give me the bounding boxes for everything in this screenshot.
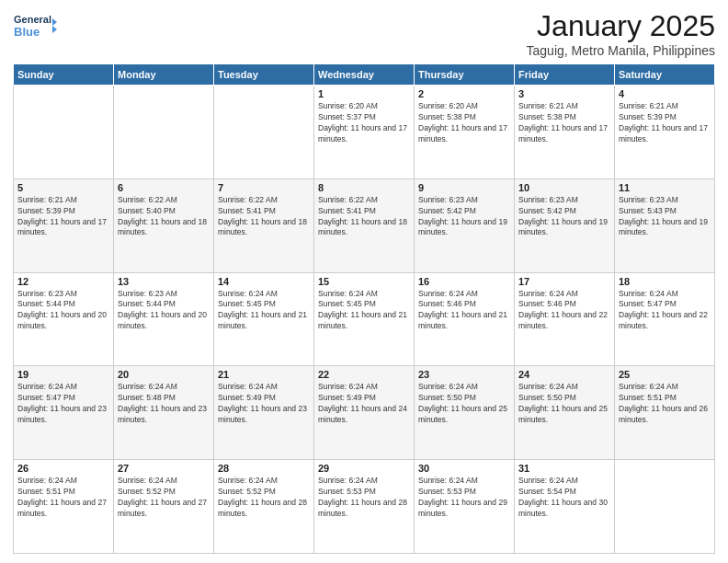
day-number: 23 [418,369,510,380]
cell-content: Sunrise: 6:24 AM [17,476,109,487]
cell-content: Sunset: 5:39 PM [619,112,711,123]
cell-5-3: 28Sunrise: 6:24 AMSunset: 5:52 PMDayligh… [214,460,314,554]
cell-3-7: 18Sunrise: 6:24 AMSunset: 5:47 PMDayligh… [615,272,715,366]
cell-content: Daylight: 11 hours and 17 minutes. [518,123,610,145]
cell-2-4: 8Sunrise: 6:22 AMSunset: 5:41 PMDaylight… [314,178,415,272]
cell-content: Sunset: 5:54 PM [518,487,610,498]
cell-content: Sunrise: 6:20 AM [318,101,410,112]
cell-content: Daylight: 11 hours and 18 minutes. [118,217,210,239]
cell-content: Daylight: 11 hours and 22 minutes. [619,310,711,332]
cell-content: Sunrise: 6:24 AM [318,476,410,487]
cell-content: Daylight: 11 hours and 17 minutes. [17,217,109,239]
cell-2-6: 10Sunrise: 6:23 AMSunset: 5:42 PMDayligh… [515,178,615,272]
cell-content: Sunrise: 6:23 AM [118,289,210,300]
cell-content: Sunrise: 6:24 AM [17,382,109,393]
cell-content: Sunset: 5:50 PM [418,393,510,404]
cell-content: Sunset: 5:47 PM [17,393,109,404]
cell-content: Daylight: 11 hours and 17 minutes. [418,123,510,145]
cell-3-6: 17Sunrise: 6:24 AMSunset: 5:46 PMDayligh… [515,272,615,366]
cell-5-6: 31Sunrise: 6:24 AMSunset: 5:54 PMDayligh… [515,460,615,554]
day-number: 7 [218,182,310,193]
cell-3-5: 16Sunrise: 6:24 AMSunset: 5:46 PMDayligh… [415,272,515,366]
svg-text:General: General [14,14,51,25]
day-number: 3 [518,88,610,99]
cell-content: Sunset: 5:42 PM [418,206,510,217]
cell-content: Sunrise: 6:22 AM [318,195,410,206]
cell-content: Sunrise: 6:23 AM [418,195,510,206]
cell-4-6: 24Sunrise: 6:24 AMSunset: 5:50 PMDayligh… [515,366,615,460]
day-number: 31 [518,463,610,474]
cell-2-5: 9Sunrise: 6:23 AMSunset: 5:42 PMDaylight… [415,178,515,272]
week-row-3: 12Sunrise: 6:23 AMSunset: 5:44 PMDayligh… [14,272,715,366]
day-number: 6 [118,182,210,193]
cell-4-7: 25Sunrise: 6:24 AMSunset: 5:51 PMDayligh… [615,366,715,460]
day-number: 10 [518,182,610,193]
cell-content: Sunrise: 6:24 AM [418,476,510,487]
cell-content: Sunrise: 6:24 AM [118,382,210,393]
day-number: 22 [318,369,410,380]
cell-content: Daylight: 11 hours and 28 minutes. [318,498,410,520]
column-header-wednesday: Wednesday [314,64,415,86]
day-number: 17 [518,276,610,287]
cell-content: Sunset: 5:38 PM [518,112,610,123]
cell-content: Daylight: 11 hours and 18 minutes. [218,217,310,239]
day-number: 1 [318,88,410,99]
cell-content: Sunset: 5:47 PM [619,299,711,310]
cell-content: Daylight: 11 hours and 21 minutes. [318,310,410,332]
cell-content: Sunset: 5:45 PM [218,299,310,310]
cell-content: Daylight: 11 hours and 20 minutes. [17,310,109,332]
cell-content: Sunrise: 6:24 AM [518,476,610,487]
day-number: 8 [318,182,410,193]
subtitle: Taguig, Metro Manila, Philippines [527,43,715,58]
cell-content: Sunset: 5:53 PM [418,487,510,498]
cell-content: Daylight: 11 hours and 22 minutes. [518,310,610,332]
cell-content: Sunset: 5:46 PM [518,299,610,310]
cell-content: Daylight: 11 hours and 21 minutes. [418,310,510,332]
cell-content: Sunrise: 6:24 AM [518,382,610,393]
day-number: 21 [218,369,310,380]
day-number: 28 [218,463,310,474]
cell-content: Daylight: 11 hours and 23 minutes. [118,404,210,426]
cell-content: Sunset: 5:43 PM [619,206,711,217]
cell-content: Sunrise: 6:22 AM [218,195,310,206]
cell-content: Daylight: 11 hours and 23 minutes. [17,404,109,426]
cell-content: Daylight: 11 hours and 19 minutes. [518,217,610,239]
cell-2-7: 11Sunrise: 6:23 AMSunset: 5:43 PMDayligh… [615,178,715,272]
header: General Blue January 2025 Taguig, Metro … [13,9,715,58]
week-row-4: 19Sunrise: 6:24 AMSunset: 5:47 PMDayligh… [14,366,715,460]
cell-content: Sunset: 5:44 PM [118,299,210,310]
cell-content: Daylight: 11 hours and 29 minutes. [418,498,510,520]
cell-3-4: 15Sunrise: 6:24 AMSunset: 5:45 PMDayligh… [314,272,415,366]
column-header-monday: Monday [114,64,214,86]
title-area: January 2025 Taguig, Metro Manila, Phili… [527,9,715,58]
column-header-friday: Friday [515,64,615,86]
week-row-1: 1Sunrise: 6:20 AMSunset: 5:37 PMDaylight… [14,86,715,179]
cell-content: Sunset: 5:41 PM [218,206,310,217]
day-number: 26 [17,463,109,474]
column-header-thursday: Thursday [415,64,515,86]
cell-content: Sunset: 5:42 PM [518,206,610,217]
cell-content: Daylight: 11 hours and 26 minutes. [619,404,711,426]
cell-1-4: 1Sunrise: 6:20 AMSunset: 5:37 PMDaylight… [314,86,415,179]
cell-content: Daylight: 11 hours and 24 minutes. [318,404,410,426]
cell-content: Sunrise: 6:24 AM [218,476,310,487]
calendar-table: SundayMondayTuesdayWednesdayThursdayFrid… [13,63,715,554]
cell-content: Daylight: 11 hours and 19 minutes. [619,217,711,239]
logo: General Blue [13,9,57,44]
cell-content: Sunrise: 6:24 AM [318,382,410,393]
cell-content: Sunset: 5:49 PM [318,393,410,404]
week-row-5: 26Sunrise: 6:24 AMSunset: 5:51 PMDayligh… [14,460,715,554]
svg-text:Blue: Blue [14,25,40,39]
cell-1-3 [214,86,314,179]
day-number: 27 [118,463,210,474]
cell-content: Sunrise: 6:24 AM [619,289,711,300]
cell-content: Sunrise: 6:21 AM [518,101,610,112]
cell-content: Sunset: 5:51 PM [17,487,109,498]
day-number: 11 [619,182,711,193]
day-number: 5 [17,182,109,193]
cell-content: Sunset: 5:45 PM [318,299,410,310]
column-header-tuesday: Tuesday [214,64,314,86]
cell-content: Sunrise: 6:24 AM [418,382,510,393]
cell-3-1: 12Sunrise: 6:23 AMSunset: 5:44 PMDayligh… [14,272,114,366]
logo-svg: General Blue [13,9,57,44]
